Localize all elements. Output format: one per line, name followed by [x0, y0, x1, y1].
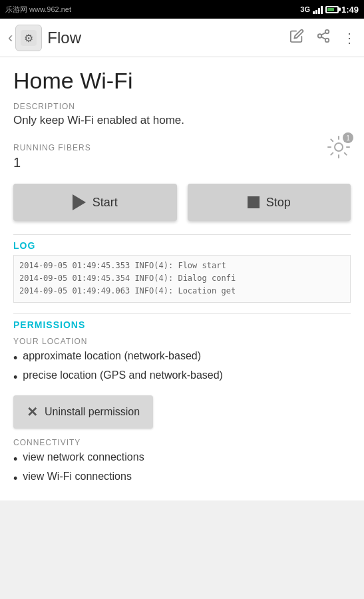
- start-button[interactable]: Start: [13, 184, 177, 221]
- network-type: 3G: [300, 5, 310, 13]
- running-fibers-label: RUNNING FIBERS: [13, 143, 91, 152]
- description-label: DESCRIPTION: [13, 102, 351, 111]
- log-line-2: 2014-09-05 01:49:45.354 INFO(4): Dialog …: [19, 272, 345, 285]
- flow-description: Only keep Wi-Fi enabled at home.: [13, 114, 351, 127]
- bullet-icon-2: •: [13, 369, 17, 386]
- permission-group-connectivity: CONNECTIVITY • view network connections …: [13, 438, 351, 487]
- location-group-label: YOUR LOCATION: [13, 337, 351, 346]
- start-label: Start: [92, 196, 118, 210]
- svg-point-7: [335, 143, 343, 151]
- log-section-label: LOG: [13, 240, 351, 251]
- play-icon: [73, 194, 86, 210]
- flow-app-icon: ⚙: [19, 29, 38, 47]
- app-bar-title: Flow: [47, 29, 289, 47]
- gear-settings-button[interactable]: 1: [327, 135, 351, 159]
- permission-group-location: YOUR LOCATION • approximate location (ne…: [13, 337, 351, 386]
- permission-item-wifi: • view Wi-Fi connections: [13, 471, 351, 487]
- app-bar-actions: ⋮: [289, 29, 356, 47]
- bullet-icon-1: •: [13, 350, 17, 367]
- buttons-row: Start Stop: [13, 184, 351, 221]
- stop-button[interactable]: Stop: [188, 184, 351, 221]
- permission-text-network: view network connections: [23, 451, 144, 463]
- watermark-text: 乐游网 www.962.net: [5, 5, 71, 15]
- svg-line-5: [321, 37, 325, 39]
- permission-text-approx: approximate location (network-based): [23, 350, 201, 362]
- status-bar: 乐游网 www.962.net 3G 1:49: [0, 0, 364, 19]
- back-button[interactable]: ‹: [8, 29, 13, 47]
- log-box[interactable]: 2014-09-05 01:49:45.353 INFO(4): Flow st…: [13, 255, 351, 303]
- permission-item-approx: • approximate location (network-based): [13, 350, 351, 367]
- permission-item-network: • view network connections: [13, 451, 351, 468]
- flow-title: Home Wi-Fi: [13, 68, 351, 94]
- stop-icon: [248, 196, 260, 208]
- stop-label: Stop: [266, 196, 291, 210]
- svg-line-6: [321, 33, 325, 35]
- uninstall-permission-button[interactable]: ✕ Uninstall permission: [13, 395, 153, 429]
- permissions-section: PERMISSIONS YOUR LOCATION • approximate …: [13, 313, 351, 488]
- log-line-3: 2014-09-05 01:49:49.063 INFO(4): Locatio…: [19, 285, 345, 298]
- bullet-icon-4: •: [13, 471, 17, 487]
- gear-badge-count: 1: [343, 132, 353, 143]
- permissions-section-label: PERMISSIONS: [13, 319, 351, 330]
- share-button[interactable]: [316, 29, 331, 47]
- x-icon: ✕: [27, 404, 38, 420]
- svg-text:⚙: ⚙: [24, 33, 33, 44]
- edit-button[interactable]: [289, 29, 304, 47]
- battery-icon: [325, 6, 339, 13]
- content-area: Home Wi-Fi DESCRIPTION Only keep Wi-Fi e…: [0, 57, 364, 500]
- running-fibers-count: 1: [13, 155, 91, 170]
- more-button[interactable]: ⋮: [343, 30, 356, 46]
- log-section: LOG 2014-09-05 01:49:45.353 INFO(4): Flo…: [13, 234, 351, 303]
- running-fibers-info: RUNNING FIBERS 1: [13, 135, 91, 170]
- signal-icon: [313, 5, 323, 14]
- app-logo: ⚙: [15, 25, 42, 51]
- permission-text-wifi: view Wi-Fi connections: [23, 471, 132, 483]
- app-bar: ‹ ⚙ Flow ⋮: [0, 19, 364, 57]
- connectivity-group-label: CONNECTIVITY: [13, 438, 351, 447]
- uninstall-label: Uninstall permission: [45, 406, 140, 418]
- bullet-icon-3: •: [13, 451, 17, 468]
- status-right: 3G 1:49: [300, 5, 359, 15]
- running-fibers-row: RUNNING FIBERS 1 1: [13, 135, 351, 170]
- permission-text-precise: precise location (GPS and network-based): [23, 369, 223, 381]
- log-line-1: 2014-09-05 01:49:45.353 INFO(4): Flow st…: [19, 260, 345, 272]
- time-display: 1:49: [341, 5, 359, 15]
- permission-item-precise: • precise location (GPS and network-base…: [13, 369, 351, 386]
